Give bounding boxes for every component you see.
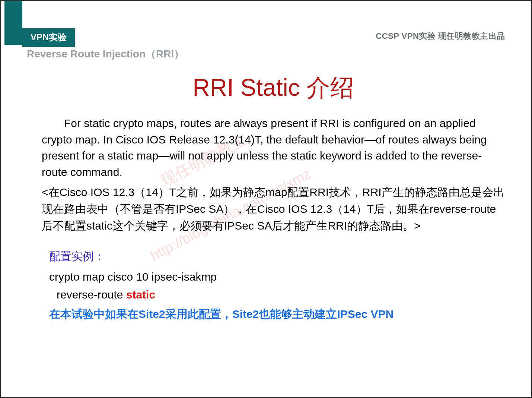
header-bar: VPN实验 CCSP VPN实验 现任明教教主出品 (1, 1, 531, 45)
config-line-2: reverse-route static (57, 286, 505, 304)
paragraph-english: For static crypto maps, routes are alway… (42, 115, 505, 180)
note-chinese: 在本试验中如果在Site2采用此配置，Site2也能够主动建立IPSec VPN (49, 307, 505, 322)
config-example-label: 配置实例： (49, 249, 505, 264)
content-area: RRI Static 介绍 For static crypto maps, ro… (42, 72, 505, 322)
keyword-static: static (126, 288, 155, 301)
config-line-1: crypto map cisco 10 ipsec-isakmp (49, 268, 505, 286)
accent-block (4, 1, 22, 45)
slide-container: VPN实验 CCSP VPN实验 现任明教教主出品 Reverse Route … (0, 0, 532, 398)
slide-title: RRI Static 介绍 (42, 72, 505, 104)
section-tab: VPN实验 (22, 28, 75, 47)
source-credit: CCSP VPN实验 现任明教教主出品 (376, 31, 505, 42)
config-line-2-prefix: reverse-route (57, 288, 126, 301)
slide-subtitle: Reverse Route Injection（RRI） (27, 47, 184, 61)
paragraph-chinese: <在Cisco IOS 12.3（14）T之前，如果为静态map配置RRI技术，… (42, 184, 505, 234)
